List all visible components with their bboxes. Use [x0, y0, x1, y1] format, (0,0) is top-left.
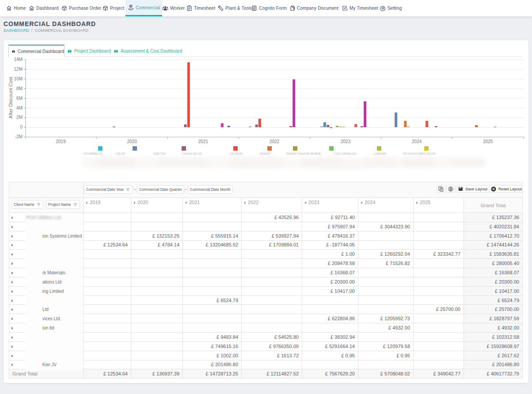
svg-text:4M: 4M	[16, 106, 23, 110]
svg-text:2022: 2022	[270, 139, 280, 144]
svg-text:HS Gnmd Colltnd Utd Ltd: HS Gnmd Colltnd Utd Ltd	[403, 152, 436, 155]
svg-text:2023: 2023	[341, 139, 351, 144]
svg-text:12M: 12M	[14, 67, 23, 72]
svg-text:After Discount Cost: After Discount Cost	[8, 77, 13, 119]
svg-text:CA Lmmte: CA Lmmte	[229, 152, 243, 155]
svg-text:10M: 10M	[14, 76, 23, 81]
svg-text:Lndsmder: Lndsmder	[374, 152, 387, 155]
svg-text:6M: 6M	[16, 96, 23, 101]
svg-text:2M: 2M	[16, 115, 23, 120]
svg-text:Cemnor Utr Ltd: Cemnor Utr Ltd	[182, 152, 202, 155]
svg-text:Shandor: Shandor	[260, 152, 271, 155]
svg-text:Cld Utilities Ltd: Cld Utilities Ltd	[83, 152, 103, 155]
svg-text:14M: 14M	[14, 57, 23, 62]
svg-text:Gold Tren: Gold Tren	[153, 152, 166, 155]
svg-text:2021: 2021	[198, 139, 209, 144]
svg-text:2025: 2025	[483, 139, 493, 144]
svg-text:Shandor Groundsl Munting: Shandor Groundsl Munting	[286, 152, 321, 155]
svg-text:Colc Camdes Ltd: Colc Camdes Ltd	[334, 152, 356, 155]
svg-text:0: 0	[20, 125, 23, 129]
svg-text:2019: 2019	[56, 139, 66, 144]
svg-text:2020: 2020	[127, 139, 137, 144]
svg-text:-2M: -2M	[15, 134, 23, 139]
svg-text:City Se: City Se	[116, 152, 125, 155]
svg-text:2024: 2024	[412, 139, 422, 144]
svg-text:8M: 8M	[16, 86, 23, 91]
